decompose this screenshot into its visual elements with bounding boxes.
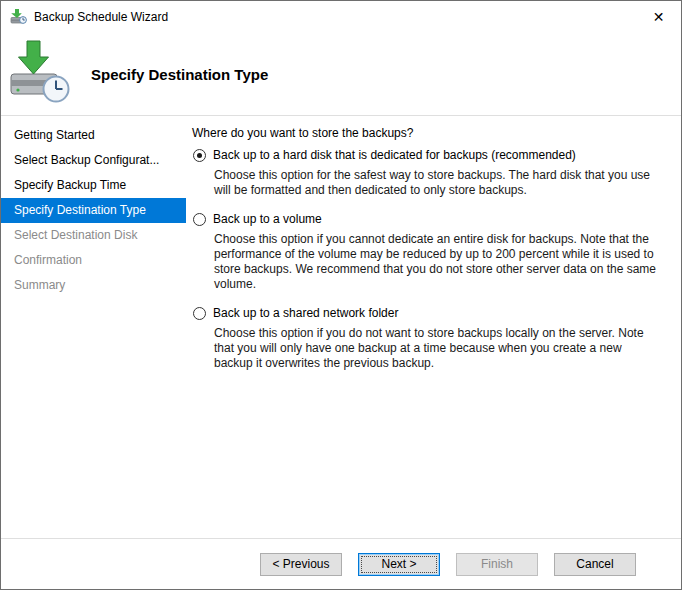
sidebar-item-select-destination-disk: Select Destination Disk [1,223,186,248]
sidebar-item-summary: Summary [1,273,186,298]
option-volume-description: Choose this option if you cannot dedicat… [214,232,657,292]
sidebar-item-specify-backup-time: Specify Backup Time [1,173,186,198]
option-network-folder-label[interactable]: Back up to a shared network folder [213,306,398,321]
sidebar-item-select-backup-configuration: Select Backup Configurat... [1,148,186,173]
backup-app-icon [10,8,27,25]
option-hard-disk-label[interactable]: Back up to a hard disk that is dedicated… [213,148,576,163]
previous-button[interactable]: < Previous [260,553,342,576]
page-title: Specify Destination Type [91,66,268,83]
window-title: Backup Schedule Wizard [34,10,636,24]
question-label: Where do you want to store the backups? [192,126,657,140]
sidebar-item-getting-started: Getting Started [1,123,186,148]
sidebar-item-confirmation: Confirmation [1,248,186,273]
option-hard-disk-description: Choose this option for the safest way to… [214,168,657,198]
wizard-steps-sidebar: Getting Started Select Backup Configurat… [1,116,186,538]
backup-schedule-wizard-window: Backup Schedule Wizard ✕ Specify Destina… [0,0,682,590]
radio-network-folder-icon[interactable] [193,307,206,320]
destination-type-content: Where do you want to store the backups? … [186,116,681,538]
radio-option-network-folder[interactable]: Back up to a shared network folder [192,306,657,321]
radio-option-volume[interactable]: Back up to a volume [192,212,657,227]
option-volume-label[interactable]: Back up to a volume [213,212,322,227]
radio-option-hard-disk[interactable]: Back up to a hard disk that is dedicated… [192,148,657,163]
option-hard-disk: Back up to a hard disk that is dedicated… [192,148,657,198]
wizard-footer: < Previous Next > Finish Cancel [1,538,681,589]
option-volume: Back up to a volume Choose this option i… [192,212,657,292]
option-network-folder: Back up to a shared network folder Choos… [192,306,657,371]
sidebar-item-specify-destination-type: Specify Destination Type [1,198,186,223]
option-network-folder-description: Choose this option if you do not want to… [214,326,657,371]
close-button[interactable]: ✕ [636,1,681,32]
title-bar: Backup Schedule Wizard ✕ [1,1,681,32]
next-button[interactable]: Next > [358,553,440,576]
backup-wizard-icon [9,38,71,108]
finish-button: Finish [456,553,538,576]
wizard-header: Specify Destination Type [1,32,681,116]
cancel-button[interactable]: Cancel [554,553,636,576]
radio-hard-disk-icon[interactable] [193,149,206,162]
wizard-body: Getting Started Select Backup Configurat… [1,116,681,538]
radio-volume-icon[interactable] [193,213,206,226]
